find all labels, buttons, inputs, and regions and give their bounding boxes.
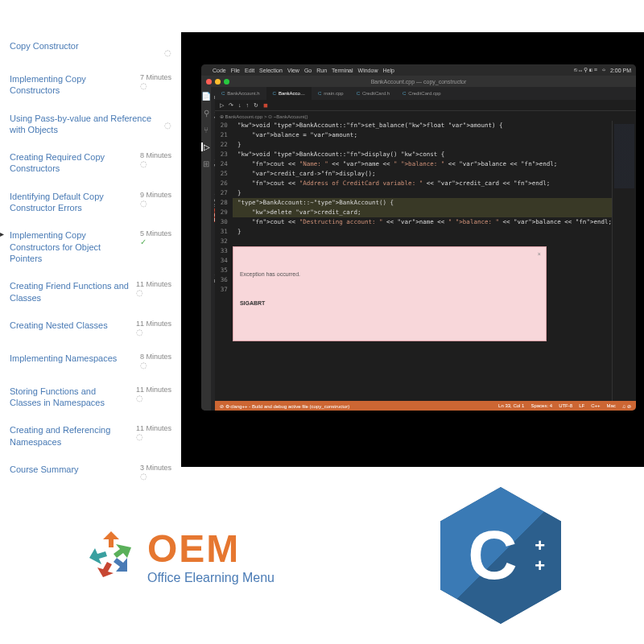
loading-icon: ◌ xyxy=(140,159,147,168)
editor-tabs: CBankAccount.hCBankAcco…Cmain.cppCCredit… xyxy=(215,87,636,100)
code-line: "fn">cout << "Destructing account: " << … xyxy=(233,217,612,227)
loading-icon: ◌ xyxy=(164,48,171,57)
menu-code[interactable]: Code xyxy=(213,68,226,73)
menu-help[interactable]: Help xyxy=(382,68,394,73)
sidebar-item[interactable]: Creating Required Copy Constructors8 Min… xyxy=(10,143,171,183)
activity-bar: 📄 ⚲ ⑂ ▷ ⊞ xyxy=(201,87,211,411)
sidebar-item[interactable]: Creating Friend Functions and Classes11 … xyxy=(10,272,171,312)
step-over-icon[interactable]: ↷ xyxy=(229,102,233,109)
menu-run[interactable]: Run xyxy=(316,68,327,73)
sidebar-item-title: Using Pass-by-value and Reference with O… xyxy=(10,113,164,136)
sidebar-item-duration: 7 Minutes◌ xyxy=(140,73,171,90)
sidebar-item[interactable]: Implementing Namespaces8 Minutes◌ xyxy=(10,345,171,378)
search-icon[interactable]: ⚲ xyxy=(204,109,209,118)
mac-window: CodeFileEditSelectionViewGoRunTerminalWi… xyxy=(201,64,636,411)
sidebar-item[interactable]: Storing Functions and Classes in Namespa… xyxy=(10,378,171,417)
code-content[interactable]: "kw">void "type">BankAccount::"fn">set_b… xyxy=(233,121,612,401)
callstack-section: ∨ CALL STACK PAUSED ON EXCEPTION libsyst… xyxy=(213,191,213,269)
sidebar-item-title: Creating Friend Functions and Classes xyxy=(10,280,136,303)
status-right: Ln 33, Col 1Spaces: 4UTF-8LFC++Mac♫ ⊘ xyxy=(498,403,631,409)
menu-file[interactable]: File xyxy=(231,68,240,73)
menu-edit[interactable]: Edit xyxy=(245,68,254,73)
sidebar-item[interactable]: Creating Nested Classes11 Minutes◌ xyxy=(10,312,171,345)
line-number: 22 xyxy=(215,140,228,150)
code-line: "var">balance = "var">amount; xyxy=(233,130,612,140)
wifi-icon: ⌔ xyxy=(602,68,605,73)
status-item[interactable]: Ln 33, Col 1 xyxy=(498,403,524,409)
menu-go[interactable]: Go xyxy=(304,68,312,73)
oem-text: OEM Office Elearning Menu xyxy=(147,526,275,585)
oem-sub-label: Office Elearning Menu xyxy=(147,571,275,585)
tab-CreditCard.h[interactable]: CCreditCard.h xyxy=(350,87,396,100)
line-number: 21 xyxy=(215,130,228,140)
scm-icon[interactable]: ⑂ xyxy=(204,126,208,134)
minimap[interactable] xyxy=(612,121,636,401)
sidebar-item[interactable]: Using Pass-by-value and Reference with O… xyxy=(10,105,171,144)
sidebar-item-duration: 9 Minutes◌ xyxy=(140,191,171,208)
sidebar-item[interactable]: Copy Constructor◌ xyxy=(10,32,171,65)
code-line: } xyxy=(233,188,612,198)
status-item[interactable]: UTF-8 xyxy=(559,403,572,409)
menu-window[interactable]: Window xyxy=(358,68,378,73)
sidebar-item-duration: ◌ xyxy=(164,113,171,130)
exception-signal: SIGABRT xyxy=(240,299,539,308)
sidebar-item[interactable]: Identifying Default Copy Constructor Err… xyxy=(10,183,171,222)
cpp-logo: C + + xyxy=(440,487,561,624)
ide-area: CodeFileEditSelectionViewGoRunTerminalWi… xyxy=(181,32,644,467)
close-icon[interactable]: × xyxy=(538,250,541,259)
sidebar-item-title: Creating Nested Classes xyxy=(10,320,136,331)
menu-view[interactable]: View xyxy=(287,68,299,73)
line-number: 25 xyxy=(215,169,228,179)
step-into-icon[interactable]: ↓ xyxy=(238,102,242,108)
line-number: 23 xyxy=(215,150,228,159)
sidebar-item-title: Storing Functions and Classes in Namespa… xyxy=(10,386,136,409)
loading-icon: ◌ xyxy=(140,81,147,90)
tab-BankAccount.h[interactable]: CBankAccount.h xyxy=(215,87,266,100)
watch-section: ∨ WATCH › credit_card: 0x0000000100304bd… xyxy=(213,156,213,176)
cpp-plus-1: + xyxy=(535,535,545,556)
line-number: 35 xyxy=(215,266,228,275)
oem-arrows-icon xyxy=(83,527,139,584)
clock: 2:00 PM xyxy=(610,68,631,73)
check-icon: ✓ xyxy=(140,237,147,246)
restart-icon[interactable]: ↻ xyxy=(254,102,258,109)
code-line: "type">BankAccount::~"type">BankAccount(… xyxy=(233,198,612,208)
breadcrumb[interactable]: ⊕ BankAccount.cpp > ⊙ ~BankAccount() xyxy=(215,111,636,121)
oem-main-label: OEM xyxy=(147,526,275,571)
maximize-button[interactable] xyxy=(224,79,229,85)
sidebar-item-title: Implementing Copy Constructors for Objec… xyxy=(10,229,140,264)
menu-terminal[interactable]: Terminal xyxy=(332,68,353,73)
tab-main.cpp[interactable]: Cmain.cpp xyxy=(312,87,350,100)
extensions-icon[interactable]: ⊞ xyxy=(203,159,209,168)
sidebar-item[interactable]: Implementing Copy Constructors for Objec… xyxy=(10,221,171,272)
status-item[interactable]: Spaces: 4 xyxy=(530,403,552,409)
continue-icon[interactable]: ▷ xyxy=(220,102,224,109)
sidebar-item-duration: ◌ xyxy=(164,40,171,57)
mac-menu-items: CodeFileEditSelectionViewGoRunTerminalWi… xyxy=(213,68,399,73)
debug-icon[interactable]: ▷ xyxy=(201,142,211,151)
sidebar-item-title: Creating and Referencing Namespaces xyxy=(10,424,136,448)
status-item[interactable]: ♫ ⊘ xyxy=(622,403,631,409)
sidebar-item[interactable]: Creating and Referencing Namespaces11 Mi… xyxy=(10,416,171,456)
code-line: "fn">cout << "Address of CreditCard vari… xyxy=(233,179,612,188)
step-out-icon[interactable]: ↑ xyxy=(246,102,249,108)
code-line: } xyxy=(233,140,612,150)
variables-section: ∨ VARIABLES ∨ Locals › this: 0x00007ffee… xyxy=(213,109,213,142)
breakpoints-list: ☑ BankAccount.cpp☑ main.cpp☑ main.cpp xyxy=(213,285,213,304)
tab-BankAcco…[interactable]: CBankAcco… xyxy=(266,87,312,100)
explorer-icon[interactable]: 📄 xyxy=(201,92,211,101)
sidebar-item-duration: 11 Minutes◌ xyxy=(136,424,171,441)
close-button[interactable] xyxy=(206,79,212,85)
minimize-button[interactable] xyxy=(215,79,221,85)
tab-CreditCard.cpp[interactable]: CCreditCard.cpp xyxy=(396,87,448,100)
menu-selection[interactable]: Selection xyxy=(259,68,283,73)
exception-popup: Exception has occurred. SIGABRT × xyxy=(233,246,547,341)
status-item[interactable]: Mac xyxy=(606,403,615,409)
stop-icon[interactable]: ◼ xyxy=(263,102,268,109)
status-item[interactable]: C++ xyxy=(591,403,600,409)
code-area[interactable]: 202122232425262728293031323334353637 "kw… xyxy=(215,121,636,401)
status-item[interactable]: LF xyxy=(579,403,584,409)
status-left[interactable]: ⊘ ⚙ clang++ - Build and debug active fil… xyxy=(220,403,349,409)
sidebar-item[interactable]: Implementing Copy Constructors7 Minutes◌ xyxy=(10,65,171,105)
sidebar-item-duration: 11 Minutes◌ xyxy=(136,320,171,336)
